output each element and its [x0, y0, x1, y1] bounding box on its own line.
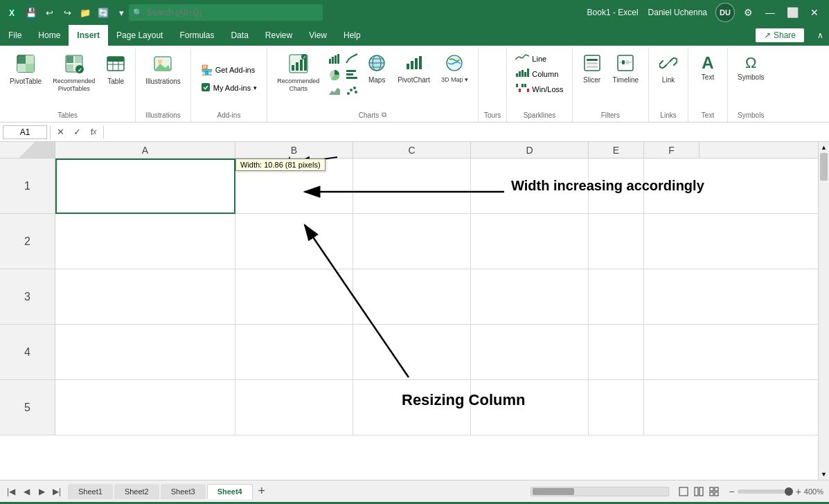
share-button[interactable]: ↗ Share: [755, 28, 805, 43]
sheet-last-button[interactable]: ▶|: [50, 485, 64, 498]
tab-home[interactable]: Home: [30, 25, 69, 46]
cell-a5[interactable]: [55, 380, 235, 435]
tab-page-layout[interactable]: Page Layout: [108, 25, 171, 46]
3d-map-button[interactable]: 3D Map ▾: [437, 51, 472, 87]
line-sparkline-button[interactable]: Line: [512, 51, 566, 66]
sheet-tab-4[interactable]: Sheet4: [207, 484, 253, 499]
col-header-d[interactable]: D: [471, 142, 589, 159]
cell-f1[interactable]: [644, 159, 699, 214]
cell-b3[interactable]: [235, 269, 353, 325]
my-addins-button[interactable]: My Add-ins ▾: [197, 80, 261, 96]
minimize-button[interactable]: —: [761, 3, 779, 21]
col-c-resize-handle[interactable]: [468, 142, 472, 159]
column-chart-button[interactable]: [326, 51, 343, 66]
vertical-scrollbar[interactable]: ▲ ▼: [818, 142, 829, 480]
close-button[interactable]: ✕: [805, 3, 823, 21]
scatter-chart-button[interactable]: [344, 83, 360, 98]
my-addins-dropdown[interactable]: ▾: [253, 84, 257, 91]
text-button[interactable]: A Text: [694, 51, 722, 84]
col-header-b[interactable]: B: [235, 142, 353, 159]
cell-a1[interactable]: [55, 159, 235, 214]
tab-help[interactable]: Help: [335, 25, 369, 46]
pie-chart-button[interactable]: [326, 67, 343, 82]
cancel-formula-button[interactable]: ✕: [53, 125, 67, 139]
col-header-f[interactable]: F: [644, 142, 699, 159]
slicer-button[interactable]: Slicer: [578, 51, 606, 87]
horizontal-scrollbar[interactable]: [531, 487, 669, 496]
cell-a2[interactable]: [55, 214, 235, 269]
win-loss-button[interactable]: Win/Loss: [512, 82, 566, 96]
confirm-formula-button[interactable]: ✓: [70, 125, 84, 139]
row-num-2[interactable]: 2: [0, 214, 55, 269]
pivot-chart-button[interactable]: PivotChart: [393, 51, 434, 87]
restore-button[interactable]: ⬜: [783, 3, 801, 21]
cell-c5[interactable]: [353, 380, 471, 435]
row-num-1[interactable]: 1: [0, 159, 55, 213]
cell-c4[interactable]: [353, 325, 471, 380]
sheet-first-button[interactable]: |◀: [4, 485, 18, 498]
scroll-down-button[interactable]: ▼: [819, 469, 829, 480]
scroll-thumb[interactable]: [820, 153, 828, 181]
cell-e4[interactable]: [589, 325, 644, 380]
tab-view[interactable]: View: [301, 25, 335, 46]
undo-button[interactable]: ↩: [42, 5, 57, 20]
cell-f5[interactable]: [644, 380, 699, 435]
cell-e5[interactable]: [589, 380, 644, 435]
user-avatar[interactable]: DU: [715, 3, 735, 22]
sheet-tab-2[interactable]: Sheet2: [114, 484, 159, 499]
cell-e1[interactable]: [589, 159, 644, 214]
h-scroll-thumb[interactable]: [533, 488, 574, 495]
settings-button[interactable]: ⚙: [739, 3, 757, 21]
zoom-slider[interactable]: [738, 489, 793, 494]
recommended-pivots-button[interactable]: ✓ RecommendedPivotTables: [48, 51, 99, 96]
cell-c2[interactable]: [353, 214, 471, 269]
cell-f3[interactable]: [644, 269, 699, 325]
more-qat-button[interactable]: ▾: [114, 5, 129, 20]
save-button[interactable]: 💾: [24, 5, 39, 20]
zoom-out-button[interactable]: −: [729, 486, 734, 497]
tab-file[interactable]: File: [0, 25, 30, 46]
sheet-tab-3[interactable]: Sheet3: [161, 484, 206, 499]
line-chart-button[interactable]: [344, 51, 360, 66]
zoom-slider-thumb[interactable]: [785, 487, 793, 496]
zoom-in-button[interactable]: +: [796, 486, 801, 497]
cell-ref-input[interactable]: A1: [3, 125, 47, 139]
cell-a3[interactable]: [55, 269, 235, 325]
cell-e3[interactable]: [589, 269, 644, 325]
area-chart-button[interactable]: [326, 83, 343, 98]
search-input[interactable]: [129, 4, 323, 21]
tab-formulas[interactable]: Formulas: [171, 25, 222, 46]
col-header-e[interactable]: E: [589, 142, 644, 159]
tab-review[interactable]: Review: [257, 25, 301, 46]
col-d-resize-handle[interactable]: [586, 142, 590, 159]
ribbon-collapse-button[interactable]: ∧: [812, 25, 829, 46]
col-header-c[interactable]: C: [353, 142, 471, 159]
col-a-resize-handle[interactable]: [233, 142, 237, 159]
autosave-button[interactable]: 🔄: [96, 5, 111, 20]
add-sheet-button[interactable]: +: [254, 484, 269, 499]
redo-button[interactable]: ↪: [60, 5, 75, 20]
link-button[interactable]: Link: [654, 51, 682, 87]
tab-insert[interactable]: Insert: [69, 25, 108, 46]
col-header-a[interactable]: A: [55, 142, 235, 159]
cell-e2[interactable]: [589, 214, 644, 269]
bar-chart-button[interactable]: [344, 67, 360, 82]
cell-d5[interactable]: [471, 380, 589, 435]
formula-input[interactable]: [107, 126, 826, 138]
column-sparkline-button[interactable]: Column: [512, 66, 566, 81]
pivot-table-button[interactable]: PivotTable: [6, 51, 46, 89]
get-addins-button[interactable]: 🏪 Get Add-ins: [197, 62, 259, 78]
recommended-charts-button[interactable]: ✓ RecommendedCharts: [273, 51, 323, 96]
normal-view-button[interactable]: [677, 485, 690, 498]
col-b-resize-handle[interactable]: [350, 142, 355, 159]
row-num-5[interactable]: 5: [0, 380, 55, 435]
zoom-level[interactable]: 400%: [804, 487, 823, 496]
scroll-up-button[interactable]: ▲: [819, 142, 829, 153]
cell-d4[interactable]: [471, 325, 589, 380]
row-num-3[interactable]: 3: [0, 269, 55, 324]
tab-data[interactable]: Data: [222, 25, 256, 46]
page-break-view-button[interactable]: [708, 485, 720, 498]
timeline-button[interactable]: Timeline: [609, 51, 643, 87]
sheet-tab-1[interactable]: Sheet1: [68, 484, 113, 499]
cell-d3[interactable]: [471, 269, 589, 325]
